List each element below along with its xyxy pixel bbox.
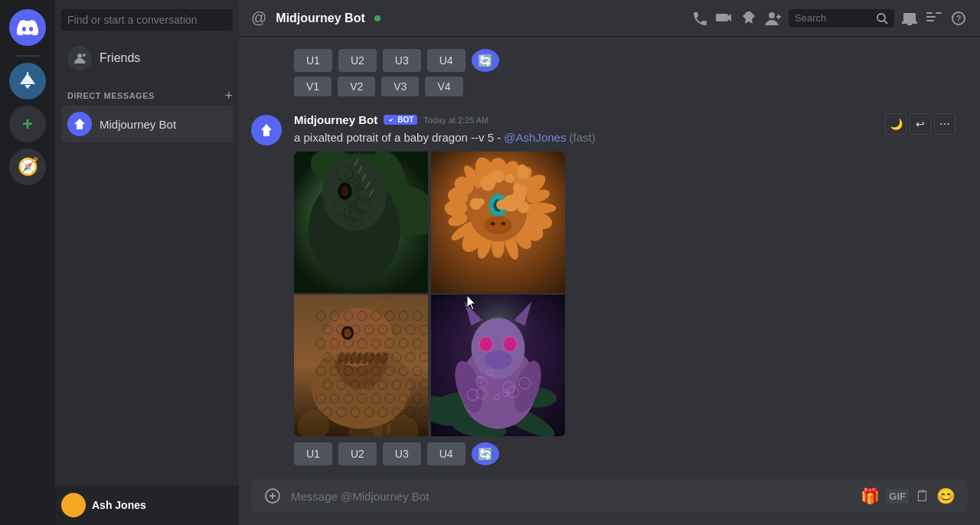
- add-server-button[interactable]: +: [9, 106, 46, 142]
- u4-button[interactable]: U4: [427, 442, 466, 465]
- input-add-button[interactable]: [263, 479, 282, 513]
- dm-section-title: DIRECT MESSAGES: [67, 91, 155, 100]
- server-icon-bar: + 🧭: [0, 0, 55, 525]
- msg-text: a pixalted potrait of a baby dragon --v …: [294, 129, 968, 145]
- svg-rect-6: [936, 12, 942, 14]
- messages-area: U1 U2 U3 U4 🔄 V1 V2 V3 V4 Midjourney Bot: [239, 37, 980, 479]
- image-cell-2[interactable]: [431, 152, 565, 293]
- search-input[interactable]: [61, 9, 233, 31]
- prev-u1-button[interactable]: U1: [294, 49, 332, 72]
- msg-avatar-midjourney: [251, 115, 282, 145]
- header-actions: ?: [691, 9, 968, 28]
- friends-icon: [67, 46, 92, 70]
- prev-v2-button[interactable]: V2: [338, 77, 375, 96]
- gif-icon[interactable]: GIF: [886, 489, 909, 504]
- u-buttons-row: U1 U2 U3 U4 🔄: [294, 442, 968, 465]
- image-cell-4[interactable]: [431, 295, 565, 436]
- channel-at-icon: @: [251, 9, 266, 27]
- prev-v3-button[interactable]: V3: [381, 77, 419, 96]
- sticker-icon[interactable]: 🗒: [915, 488, 930, 505]
- chat-header: @ Midjourney Bot: [239, 0, 980, 37]
- help-button[interactable]: ?: [949, 9, 968, 28]
- dm-item-midjourney[interactable]: Midjourney Bot: [61, 106, 233, 142]
- reply-button[interactable]: ↩: [910, 113, 931, 135]
- message-midjourney: Midjourney Bot BOT Today at 2:25 AM a pi…: [251, 110, 968, 471]
- svg-rect-3: [926, 12, 933, 14]
- svg-point-1: [877, 14, 885, 21]
- friends-nav-item[interactable]: Friends: [61, 40, 233, 77]
- react-button[interactable]: 🌙: [885, 113, 906, 135]
- svg-text:?: ?: [956, 14, 962, 23]
- fast-tag: (fast): [570, 131, 596, 144]
- dm-avatar-midjourney: [67, 112, 92, 136]
- discord-home-button[interactable]: [9, 9, 46, 46]
- bottom-user-avatar: [61, 493, 86, 517]
- mention-ashJones[interactable]: @AshJones: [504, 131, 566, 144]
- image-grid[interactable]: [294, 152, 566, 436]
- search-bar: [55, 0, 239, 40]
- members-panel-button[interactable]: [925, 9, 943, 28]
- add-friend-button[interactable]: [764, 9, 782, 28]
- msg-actions: 🌙 ↩ ⋯: [885, 113, 956, 135]
- msg-author: Midjourney Bot: [294, 113, 377, 126]
- msg-header: Midjourney Bot BOT Today at 2:25 AM: [294, 113, 968, 126]
- dm-section-header: DIRECT MESSAGES +: [55, 77, 239, 106]
- channel-status-indicator: [374, 15, 381, 21]
- video-call-button[interactable]: [715, 9, 733, 28]
- prev-u3-button[interactable]: U3: [383, 49, 421, 72]
- bottom-user-area: Ash Jones: [55, 485, 239, 525]
- prev-uv-buttons-row: U1 U2 U3 U4 🔄: [251, 49, 968, 72]
- svg-rect-4: [926, 16, 936, 18]
- msg-content-midjourney: Midjourney Bot BOT Today at 2:25 AM a pi…: [294, 113, 968, 468]
- prev-v1-button[interactable]: V1: [294, 77, 332, 96]
- prev-refresh-button[interactable]: 🔄: [472, 49, 499, 72]
- message-input-wrapper: 🎁 GIF 🗒 😊: [251, 479, 968, 513]
- refresh-button[interactable]: 🔄: [472, 442, 499, 465]
- explore-servers-button[interactable]: 🧭: [9, 148, 46, 185]
- msg-timestamp: Today at 2:25 AM: [423, 116, 488, 125]
- pin-button[interactable]: [740, 9, 758, 28]
- prev-v4-button[interactable]: V4: [425, 77, 462, 96]
- message-input-area: 🎁 GIF 🗒 😊: [239, 479, 980, 525]
- emoji-icon[interactable]: 😊: [936, 487, 956, 505]
- dm-name-midjourney: Midjourney Bot: [100, 118, 176, 131]
- prev-u2-button[interactable]: U2: [338, 49, 377, 72]
- header-search-input[interactable]: [795, 12, 871, 24]
- svg-rect-5: [926, 20, 934, 21]
- channel-name: Midjourney Bot: [276, 11, 364, 25]
- chat-area: @ Midjourney Bot: [239, 0, 980, 525]
- svg-rect-0: [27, 72, 28, 78]
- more-actions-button[interactable]: ⋯: [934, 113, 956, 135]
- image-cell-1[interactable]: [294, 152, 428, 293]
- u2-button[interactable]: U2: [338, 442, 377, 465]
- bot-badge: BOT: [384, 115, 417, 125]
- dm-sidebar: Friends DIRECT MESSAGES + Midjourney Bot: [55, 0, 239, 525]
- call-button[interactable]: [691, 9, 709, 28]
- message-input[interactable]: [291, 481, 851, 512]
- friends-label: Friends: [100, 51, 140, 65]
- image-cell-3[interactable]: [294, 295, 428, 436]
- u1-button[interactable]: U1: [294, 442, 332, 465]
- add-dm-button[interactable]: +: [224, 89, 233, 103]
- search-box[interactable]: [789, 9, 894, 28]
- input-right-icons: 🎁 GIF 🗒 😊: [861, 487, 956, 505]
- u3-button[interactable]: U3: [383, 442, 421, 465]
- inbox-button[interactable]: [900, 9, 919, 28]
- prev-v-buttons-row: V1 V2 V3 V4: [251, 77, 968, 96]
- server-icon-boat[interactable]: [9, 63, 46, 99]
- gift-icon[interactable]: 🎁: [861, 487, 880, 505]
- prev-u4-button[interactable]: U4: [427, 49, 466, 72]
- server-divider: [15, 55, 40, 57]
- svg-line-2: [884, 21, 887, 24]
- bottom-user-name: Ash Jones: [92, 499, 146, 511]
